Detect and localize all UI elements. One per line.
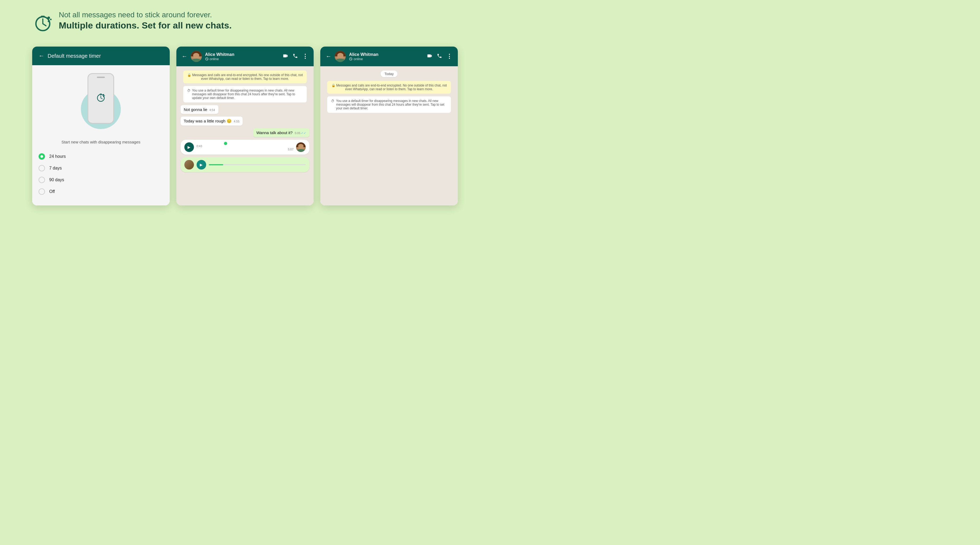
chat-info-header-info: Alice Whitman online [349, 52, 423, 61]
timer-label: Start new chats with disappearing messag… [62, 140, 140, 144]
svg-point-6 [50, 19, 52, 20]
timer-panel-title: Default message timer [48, 53, 101, 59]
msg-received-2: Today was a little rough 😔 4:55 [181, 116, 243, 126]
voice-message-received[interactable]: ▶ 0:43 5:07 [181, 140, 310, 155]
alice-avatar-info [335, 51, 346, 62]
msg-sent-time-1: 5:05 ✓✓ [295, 131, 306, 135]
chat-active-body: 🔒 Messages and calls are end-to-end encr… [177, 66, 314, 206]
phone-device [88, 73, 114, 124]
check-marks: ✓✓ [301, 131, 306, 135]
radio-24h-circle[interactable] [38, 153, 45, 160]
phone-call-button[interactable] [293, 53, 298, 60]
info-phone-call-button[interactable] [437, 53, 442, 60]
disappearing-timer-icon [32, 12, 54, 33]
chat-panel-active: ← Alice Whitman [177, 46, 314, 206]
msg-sent-1: Wanna talk about it? 5:05 ✓✓ [253, 128, 310, 137]
timer-panel: ← Default message timer [32, 46, 170, 206]
radio-7d-circle[interactable] [38, 165, 45, 171]
info-more-options-button[interactable]: ⋮ [446, 53, 452, 60]
chat-active-contact-name: Alice Whitman [205, 52, 280, 57]
msg-time-2: 4:55 [234, 120, 239, 123]
avatar-face-2 [337, 53, 344, 58]
info-video-call-button[interactable] [427, 53, 433, 60]
msg-received-1: Not gonna lie 4:54 [181, 105, 218, 114]
back-button[interactable]: ← [38, 53, 45, 59]
disappear-notice-active[interactable]: ⏱ You use a default timer for disappeari… [183, 86, 307, 102]
voice-avatar [296, 142, 305, 152]
disappear-notice-info[interactable]: ⏱ You use a default timer for disappeari… [327, 96, 451, 113]
msg-time-1: 4:54 [209, 108, 215, 112]
chat-info-status: online [349, 57, 423, 61]
voice-avatar-face [298, 144, 304, 148]
phone-screen-timer-icon [95, 92, 106, 105]
chat-active-status-text: online [210, 57, 219, 61]
chat-active-back-button[interactable]: ← [182, 53, 188, 60]
chat-panel-info: ← Alice Whitman [320, 46, 458, 206]
avatar-body-2 [336, 59, 345, 62]
chat-panel-active-header: ← Alice Whitman [177, 46, 314, 66]
svg-point-5 [48, 21, 50, 22]
chat-info-back-button[interactable]: ← [326, 53, 331, 60]
radio-7d-label: 7 days [49, 166, 62, 171]
svg-point-4 [47, 16, 50, 19]
radio-24h-label: 24 hours [49, 154, 66, 159]
svg-point-13 [104, 95, 105, 96]
header-section: Not all messages need to stick around fo… [32, 11, 458, 33]
svg-line-2 [43, 24, 46, 26]
svg-line-16 [207, 59, 207, 59]
date-badge: Today [381, 70, 398, 77]
panels-container: ← Default message timer [32, 46, 458, 206]
svg-line-9 [101, 98, 102, 99]
chat-info-actions: ⋮ [427, 53, 452, 60]
chat-active-header-info: Alice Whitman online [205, 52, 280, 61]
header-title: Multiple durations. Set for all new chat… [59, 20, 232, 30]
chat-active-avatar [191, 51, 202, 62]
chat-info-status-text: online [353, 57, 363, 61]
encryption-notice-active[interactable]: 🔒 Messages and calls are end-to-end encr… [183, 70, 307, 83]
voice-sent-avatar [185, 160, 194, 169]
voice-time-info: 0:43 5:07 [197, 145, 294, 151]
radio-option-off[interactable]: Off [38, 186, 163, 198]
more-options-button[interactable]: ⋮ [302, 53, 308, 60]
phone-illustration [80, 73, 122, 132]
radio-90d-label: 90 days [49, 177, 64, 182]
radio-option-90d[interactable]: 90 days [38, 174, 163, 186]
header-text: Not all messages need to stick around fo… [59, 11, 232, 30]
chat-panel-info-header: ← Alice Whitman [320, 46, 458, 66]
avatar-body [192, 59, 201, 62]
svg-point-12 [103, 96, 104, 97]
radio-off-label: Off [49, 189, 55, 194]
chat-info-body: Today 🔒 Messages and calls are end-to-en… [320, 66, 458, 206]
voice-avatar-woman [296, 142, 305, 152]
avatar-face [193, 53, 199, 58]
voice-avatar-body [297, 149, 305, 152]
timer-body: Start new chats with disappearing messag… [32, 65, 170, 206]
radio-option-24h[interactable]: 24 hours [38, 151, 163, 163]
radio-90d-circle[interactable] [38, 177, 45, 183]
svg-point-11 [103, 94, 104, 95]
video-call-button[interactable] [283, 53, 288, 60]
play-button-2[interactable]: ▶ [197, 160, 206, 169]
chat-info-avatar [335, 51, 346, 62]
radio-off-circle[interactable] [38, 188, 45, 195]
svg-line-19 [351, 59, 352, 59]
chat-info-contact-name: Alice Whitman [349, 52, 423, 57]
alice-avatar-active [191, 51, 202, 62]
voice-waveform-2 [209, 164, 306, 165]
voice-dot [224, 142, 227, 145]
page-wrapper: Not all messages need to stick around fo… [0, 0, 490, 272]
voice-message-sent-partial[interactable]: ▶ [181, 157, 310, 172]
play-button[interactable]: ▶ [185, 142, 194, 152]
encryption-notice-info[interactable]: 🔒 Messages and calls are end-to-end encr… [327, 81, 451, 94]
timer-panel-header: ← Default message timer [32, 46, 170, 65]
chat-active-actions: ⋮ [283, 53, 308, 60]
radio-option-7d[interactable]: 7 days [38, 163, 163, 174]
chat-active-status: online [205, 57, 280, 61]
header-subtitle: Not all messages need to stick around fo… [59, 11, 232, 19]
